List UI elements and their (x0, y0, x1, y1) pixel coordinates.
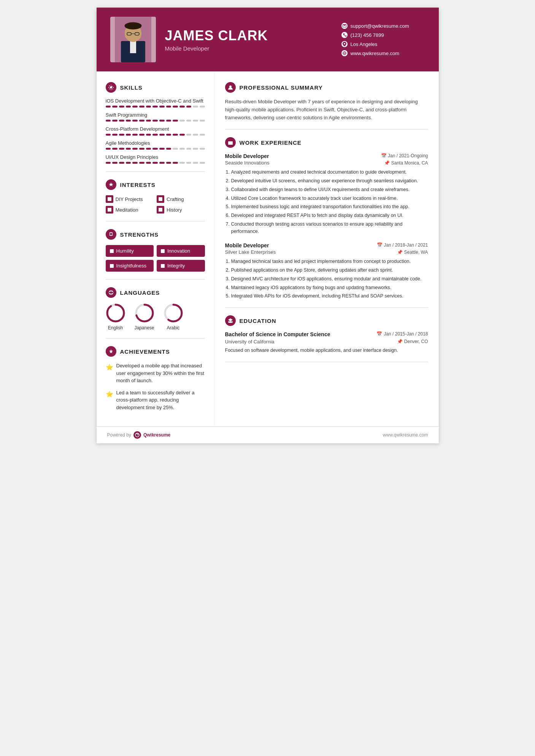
work-section-header: WORK EXPERIENCE (225, 137, 428, 148)
bullet-item: Integrated Web APIs for iOS development,… (231, 293, 428, 300)
footer: Powered by Qwikresume www.qwikresume.com (97, 426, 439, 443)
skills-section-header: SKILLS (106, 82, 205, 93)
pin-icon: 📌 (397, 339, 403, 344)
achievements-icon (106, 346, 116, 357)
skill-item: Agile Methodologies (106, 140, 205, 150)
job-dates: 📅 Jan / 2021-Ongoing (381, 153, 428, 158)
job-header-row: Mobile Developer 📅 Jan / 2018-Jan / 2021 (225, 242, 428, 248)
skill-bar (106, 134, 205, 136)
interest-item: Crafting (157, 195, 205, 203)
job-dates: 📅 Jan / 2018-Jan / 2021 (377, 242, 428, 248)
strength-badge: Humility (106, 245, 154, 257)
right-divider-1 (225, 129, 428, 130)
phone-icon (341, 32, 348, 38)
skill-bar (106, 120, 205, 122)
svg-rect-15 (159, 208, 162, 212)
job-block: Mobile Developer 📅 Jan / 2018-Jan / 2021… (225, 242, 428, 300)
skill-name: iOS Development with Objective-C and Swi… (106, 98, 205, 104)
skill-item: iOS Development with Objective-C and Swi… (106, 98, 205, 108)
skills-title: SKILLS (120, 84, 143, 91)
skill-item: Swift Programming (106, 112, 205, 122)
svg-point-4 (124, 22, 141, 29)
strength-label: Insightfulness (116, 263, 147, 269)
bullet-item: Analyzed requirements and created techni… (231, 169, 428, 176)
footer-logo-icon (133, 431, 141, 439)
job-company: Seaside Innovations (225, 160, 270, 166)
language-item: Japanese (135, 303, 154, 331)
interest-icon (157, 195, 164, 203)
interest-icon (106, 206, 113, 214)
edu-title: EDUCATION (240, 318, 276, 324)
skill-name: Agile Methodologies (106, 140, 205, 146)
language-name: English (108, 325, 123, 331)
bullet-item: Implemented business logic and integrate… (231, 203, 428, 210)
bullet-item: Utilized Core Location framework to accu… (231, 195, 428, 202)
interest-label: History (167, 207, 182, 213)
skill-name: Swift Programming (106, 112, 205, 118)
job-location: 📌 Seattle, WA (397, 249, 428, 255)
resume-page: JAMES CLARK Mobile Developer support@qwi… (97, 8, 439, 443)
edu-degree: Bachelor of Science in Computer Science (225, 331, 330, 337)
languages-title: LANGUAGES (120, 289, 160, 296)
job-bullets: Analyzed requirements and created techni… (225, 169, 428, 235)
contact-website: www.qwikresume.com (341, 50, 425, 56)
strengths-list: Humility Innovation Insightfulness Integ… (106, 245, 205, 272)
header: JAMES CLARK Mobile Developer support@qwi… (97, 8, 439, 71)
job-header-row: Mobile Developer 📅 Jan / 2021-Ongoing (225, 153, 428, 159)
skill-item: UI/UX Design Principles (106, 154, 205, 164)
website-icon (341, 50, 348, 56)
summary-section-header: PROFESSIONAL SUMMARY (225, 82, 428, 93)
svg-rect-12 (108, 197, 111, 201)
job-company-row: Silver Lake Enterprises 📌 Seattle, WA (225, 249, 428, 255)
cal-icon: 📅 (376, 331, 382, 337)
svg-rect-16 (110, 249, 114, 253)
strength-badge: Innovation (157, 245, 205, 257)
svg-rect-27 (228, 141, 233, 145)
skills-icon (106, 82, 116, 93)
divider-1 (106, 171, 205, 172)
interests-section-header: INTERESTS (106, 179, 205, 190)
edu-header-row: Bachelor of Science in Computer Science … (225, 331, 428, 337)
location-icon (341, 41, 348, 47)
footer-brand: Qwikresume (143, 432, 170, 438)
summary-title: PROFESSIONAL SUMMARY (240, 84, 323, 91)
edu-icon (225, 315, 236, 326)
bullet-item: Published applications on the App Store,… (231, 267, 428, 274)
languages-icon (106, 287, 116, 298)
right-divider-3 (225, 362, 428, 362)
edu-dates: 📅 Jan / 2015-Jan / 2018 (376, 331, 428, 337)
interest-label: Meditation (116, 207, 138, 213)
interests-title: INTERESTS (120, 182, 156, 188)
edu-description: Focused on software development, mobile … (225, 347, 428, 354)
language-circle (135, 303, 154, 323)
svg-rect-18 (110, 264, 114, 268)
achievements-list: ⭐ Developed a mobile app that increased … (106, 362, 205, 411)
jobs-list: Mobile Developer 📅 Jan / 2021-Ongoing Se… (225, 153, 428, 300)
name-block: JAMES CLARK Mobile Developer (165, 28, 332, 52)
divider-3 (106, 279, 205, 280)
bullet-item: Designed MVC architecture for iOS applic… (231, 275, 428, 283)
edu-section-header: EDUCATION (225, 315, 428, 326)
achievements-title: ACHIEVEMENTS (120, 348, 170, 355)
svg-rect-2 (130, 41, 136, 53)
candidate-title: Mobile Developer (165, 45, 332, 52)
interest-icon (157, 206, 164, 214)
language-name: Japanese (135, 325, 154, 331)
skill-bar (106, 148, 205, 150)
language-item: Arabic (164, 303, 183, 331)
achievement-item: ⭐ Led a team to successfully deliver a c… (106, 389, 205, 411)
edu-location: 📌 Denver, CO (397, 338, 428, 345)
svg-rect-13 (159, 197, 162, 201)
strengths-section-header: STRENGTHS (106, 229, 205, 240)
work-title: WORK EXPERIENCE (240, 139, 302, 146)
interest-icon (106, 195, 113, 203)
work-icon (225, 137, 236, 148)
interest-label: Crafting (167, 196, 184, 202)
profile-photo (110, 17, 156, 62)
svg-rect-17 (161, 249, 165, 253)
divider-2 (106, 221, 205, 221)
job-location: 📌 Santa Monica, CA (384, 160, 428, 166)
education-block: Bachelor of Science in Computer Science … (225, 331, 428, 354)
skill-bar (106, 106, 205, 108)
language-circle (164, 303, 183, 323)
